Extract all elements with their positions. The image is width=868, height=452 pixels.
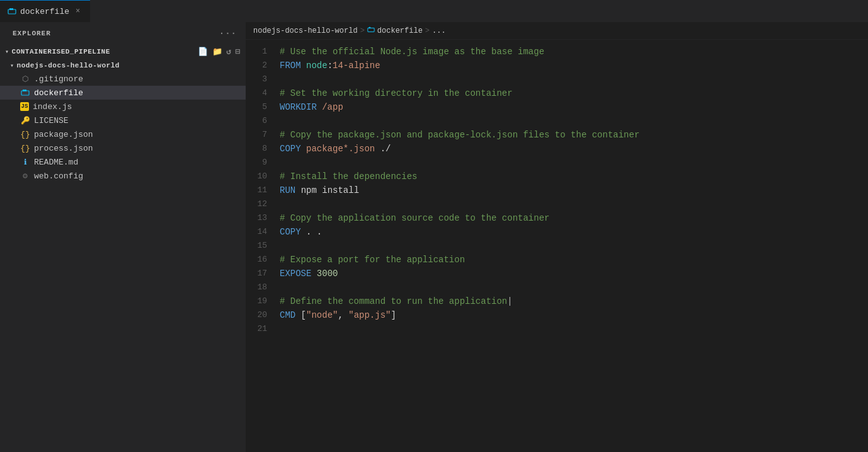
file-item-license[interactable]: 🔑 LICENSE [0,113,246,127]
collapse-icon[interactable]: ⊟ [236,47,241,57]
line-number-21: 21 [246,322,277,336]
code-line-16: 16# Expose a port for the application [246,253,868,267]
line-content-5: WORKDIR /app [277,100,868,114]
file-item-indexjs[interactable]: JS index.js [0,100,246,113]
breadcrumb-folder: nodejs-docs-hello-world [253,26,358,35]
line-number-10: 10 [246,170,277,183]
file-item-webconfig[interactable]: ⚙ web.config [0,169,246,183]
line-number-18: 18 [246,281,277,294]
file-name-gitignore: .gitignore [34,74,83,84]
line-number-7: 7 [246,128,277,142]
folder-nodejs-docs[interactable]: ▾ nodejs-docs-hello-world [0,59,246,72]
line-content-12 [277,197,868,211]
line-number-20: 20 [246,308,277,322]
tab-label: dockerfile [20,7,69,16]
sidebar-header-icons: ··· [218,27,238,40]
line-number-4: 4 [246,86,277,100]
file-name-processjson: process.json [34,144,93,153]
docker-icon [20,88,30,98]
line-content-17: EXPOSE 3000 [277,267,868,281]
config-icon: ⚙ [20,171,30,181]
code-line-2: 2FROM node:14-alpine [246,59,868,72]
line-content-7: # Copy the package.json and package-lock… [277,128,868,142]
line-content-10: # Install the dependencies [277,170,868,183]
line-content-18 [277,281,868,294]
svg-rect-0 [8,9,16,14]
section-label: CONTAINERISED_PIPELINE [12,48,110,55]
file-item-dockerfile[interactable]: dockerfile [0,86,246,100]
code-line-8: 8COPY package*.json ./ [246,142,868,156]
breadcrumb-sep1: > [360,26,365,35]
svg-rect-5 [25,90,26,91]
line-content-11: RUN npm install [277,183,868,197]
code-editor[interactable]: 1# Use the official Node.js image as the… [246,40,868,452]
sidebar: EXPLORER ··· ▾ CONTAINERISED_PIPELINE 📄 … [0,22,246,452]
line-content-8: COPY package*.json ./ [277,142,868,156]
line-content-15 [277,239,868,253]
js-icon: JS [20,102,29,111]
license-icon: 🔑 [20,115,30,125]
code-line-20: 20CMD ["node", "app.js"] [246,308,868,322]
code-line-11: 11RUN npm install [246,183,868,197]
code-line-9: 9 [246,156,868,170]
line-number-11: 11 [246,183,277,197]
code-line-18: 18 [246,281,868,294]
chevron-down-icon: ▾ [5,48,9,55]
svg-rect-2 [11,8,13,10]
file-item-processjson[interactable]: {} process.json [0,141,246,155]
line-content-9 [277,156,868,170]
code-line-13: 13# Copy the application source code to … [246,211,868,225]
line-content-20: CMD ["node", "app.js"] [277,308,868,322]
breadcrumb: nodejs-docs-hello-world > dockerfile > .… [246,22,868,40]
gitignore-icon: ⬡ [20,74,30,84]
json1-icon: {} [20,129,30,139]
line-content-2: FROM node:14-alpine [277,59,868,72]
file-name-readme: README.md [34,158,78,167]
file-item-gitignore[interactable]: ⬡ .gitignore [0,72,246,86]
code-line-7: 7# Copy the package.json and package-loc… [246,128,868,142]
line-number-3: 3 [246,72,277,86]
line-number-15: 15 [246,239,277,253]
breadcrumb-sep2: > [425,26,430,35]
line-content-4: # Set the working directory in the conta… [277,86,868,100]
file-name-packagejson: package.json [34,130,93,139]
line-number-6: 6 [246,114,277,128]
line-number-16: 16 [246,253,277,267]
code-line-12: 12 [246,197,868,211]
file-tree: ▾ nodejs-docs-hello-world ⬡ .gitignore d… [0,59,246,452]
code-line-17: 17EXPOSE 3000 [246,267,868,281]
more-options-icon[interactable]: ··· [218,27,238,40]
file-name-dockerfile: dockerfile [34,88,83,98]
code-line-1: 1# Use the official Node.js image as the… [246,45,868,59]
tab-close-button[interactable]: × [73,6,83,17]
tab-dockerfile[interactable]: dockerfile × [0,0,90,22]
file-name-webconfig: web.config [34,171,83,181]
section-header-containerised[interactable]: ▾ CONTAINERISED_PIPELINE 📄 📁 ↺ ⊟ [0,44,246,59]
breadcrumb-docker-icon2 [367,26,375,36]
new-folder-icon[interactable]: 📁 [212,47,223,57]
folder-chevron-icon: ▾ [10,62,14,69]
line-content-1: # Use the official Node.js image as the … [277,45,868,59]
line-number-13: 13 [246,211,277,225]
line-content-21 [277,322,868,336]
readme-icon: ℹ [20,157,30,167]
file-item-readme[interactable]: ℹ README.md [0,155,246,169]
refresh-icon[interactable]: ↺ [226,47,231,57]
svg-rect-1 [9,8,11,10]
file-name-license: LICENSE [34,116,69,125]
file-item-packagejson[interactable]: {} package.json [0,127,246,141]
code-line-6: 6 [246,114,868,128]
main-area: EXPLORER ··· ▾ CONTAINERISED_PIPELINE 📄 … [0,22,868,452]
code-line-10: 10# Install the dependencies [246,170,868,183]
json2-icon: {} [20,143,30,153]
explorer-title: EXPLORER [13,30,51,37]
new-file-icon[interactable]: 📄 [198,47,208,57]
line-number-9: 9 [246,156,277,170]
line-number-1: 1 [246,45,277,59]
line-content-6 [277,114,868,128]
svg-rect-7 [368,26,370,28]
tab-bar: dockerfile × [0,0,868,22]
line-number-12: 12 [246,197,277,211]
code-line-21: 21 [246,322,868,336]
line-content-16: # Expose a port for the application [277,253,868,267]
